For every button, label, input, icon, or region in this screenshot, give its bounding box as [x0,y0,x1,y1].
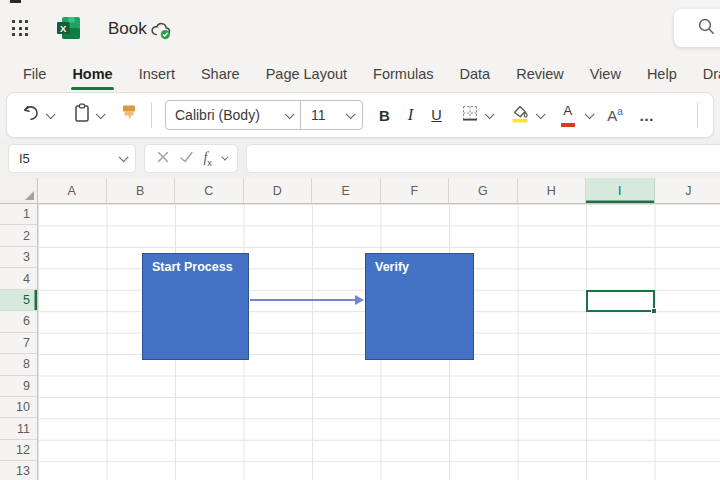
ribbon-toolbar: Calibri (Body) 11 B I U [6,92,714,138]
column-header-I[interactable]: I [586,178,655,203]
column-header-G[interactable]: G [449,178,518,203]
name-box-value: I5 [19,151,30,166]
fill-color-chevron-icon[interactable] [536,109,545,118]
fill-color-button[interactable] [503,99,549,131]
app-launcher-button[interactable] [12,20,30,38]
font-color-button[interactable]: A [555,99,581,131]
formula-bar-row: I5 fx [0,139,720,178]
menu-tab-draw[interactable]: Draw [690,56,720,92]
borders-icon [460,103,480,127]
menu-tab-insert[interactable]: Insert [126,56,188,92]
borders-button[interactable] [454,99,498,131]
spreadsheet-grid: ABCDEFGHIJ 12345678910111213 Start Proce… [0,178,720,480]
cancel-entry-icon[interactable] [156,150,170,168]
excel-logo-icon[interactable]: X [57,17,80,43]
toolbar-divider-right [697,102,698,128]
connector-arrowhead-icon [355,295,364,305]
column-header-F[interactable]: F [381,178,450,203]
more-options-label: … [639,107,655,124]
toolbar-divider [151,102,152,128]
undo-button[interactable] [15,99,59,131]
menu-tab-view[interactable]: View [577,56,634,92]
row-header-10[interactable]: 10 [0,397,37,418]
font-color-letter: A [563,104,572,117]
menu-tab-review[interactable]: Review [503,56,577,92]
search-button[interactable] [674,9,720,47]
menu-tab-page-layout[interactable]: Page Layout [253,56,360,92]
grid-body: 12345678910111213 Start Process Verify [0,204,720,480]
row-header-11[interactable]: 11 [0,418,37,439]
font-size-select[interactable]: 11 [300,101,362,129]
font-size-chevron-icon [346,109,355,118]
fill-color-icon [509,103,531,127]
column-header-D[interactable]: D [244,178,313,203]
top-bar: X Book [0,0,720,56]
row-header-2[interactable]: 2 [0,225,37,246]
more-options-button[interactable]: … [633,99,661,131]
svg-text:X: X [60,23,67,34]
connector-arrow-line[interactable] [250,299,356,301]
row-header-9[interactable]: 9 [0,376,37,397]
row-header-4[interactable]: 4 [0,268,37,289]
paste-dropdown-chevron-icon[interactable] [96,109,105,118]
format-painter-icon [120,103,138,127]
row-header-5[interactable]: 5 [0,290,37,311]
fill-handle[interactable] [651,308,657,314]
undo-icon [21,103,41,127]
excel-window: X Book FileHomeInsertSharePage LayoutFor… [0,0,720,480]
row-header-13[interactable]: 13 [0,461,37,480]
underline-label: U [431,107,441,123]
italic-button[interactable]: I [402,99,420,131]
grow-font-button[interactable]: Aa [601,99,629,131]
menu-tab-home[interactable]: Home [59,56,125,92]
bold-button[interactable]: B [373,99,396,131]
row-header-7[interactable]: 7 [0,333,37,354]
menu-tab-share[interactable]: Share [188,56,253,92]
enter-entry-icon[interactable] [179,150,194,168]
row-header-12[interactable]: 12 [0,440,37,461]
shape-verify[interactable]: Verify [365,253,474,360]
shape-start-process-label: Start Process [152,260,233,274]
insert-function-button[interactable]: fx [203,150,211,168]
selected-cell-outline [586,290,655,312]
column-header-B[interactable]: B [107,178,176,203]
row-header-3[interactable]: 3 [0,247,37,268]
document-title[interactable]: Book [108,19,147,39]
font-name-select[interactable]: Calibri (Body) [166,101,300,129]
shape-verify-label: Verify [375,260,409,274]
menu-tab-help[interactable]: Help [634,56,690,92]
grow-font-label: Aa [607,106,623,124]
italic-label: I [408,105,414,125]
search-icon [697,17,716,40]
column-header-E[interactable]: E [312,178,381,203]
borders-chevron-icon[interactable] [485,109,494,118]
select-all-corner[interactable] [0,178,38,203]
column-header-row: ABCDEFGHIJ [0,178,720,204]
shape-start-process[interactable]: Start Process [142,253,249,360]
undo-dropdown-chevron-icon[interactable] [46,109,55,118]
ribbon-tabs: FileHomeInsertSharePage LayoutFormulasDa… [0,56,720,92]
row-header-6[interactable]: 6 [0,311,37,332]
menu-tab-file[interactable]: File [10,56,59,92]
font-color-chevron-icon[interactable] [585,109,594,118]
format-painter-button[interactable] [114,99,144,131]
column-header-A[interactable]: A [38,178,107,203]
fx-chevron-icon[interactable] [222,154,229,161]
column-header-H[interactable]: H [518,178,587,203]
cloud-saved-icon[interactable] [149,21,173,45]
select-all-triangle-icon [25,191,34,200]
column-header-C[interactable]: C [175,178,244,203]
formula-input[interactable] [246,144,720,173]
paste-button[interactable] [67,99,109,131]
row-header-8[interactable]: 8 [0,354,37,375]
name-box-chevron-icon[interactable] [119,152,128,161]
font-controls: Calibri (Body) 11 [165,100,363,130]
menu-tab-formulas[interactable]: Formulas [360,56,446,92]
row-header-1[interactable]: 1 [0,204,37,225]
underline-button[interactable]: U [425,99,447,131]
font-name-value: Calibri (Body) [175,107,260,123]
font-size-value: 11 [311,107,326,123]
menu-tab-data[interactable]: Data [447,56,504,92]
name-box[interactable]: I5 [8,144,136,173]
column-header-J[interactable]: J [655,178,720,203]
